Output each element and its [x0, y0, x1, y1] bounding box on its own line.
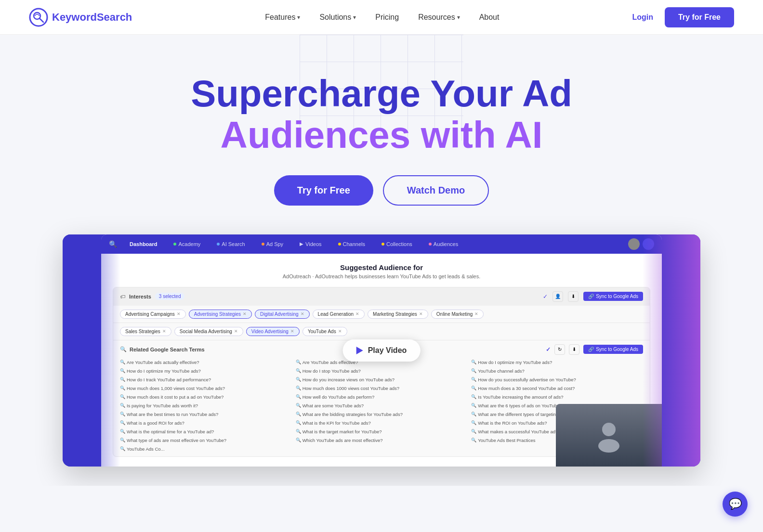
- try-free-nav-button[interactable]: Try for Free: [665, 7, 734, 27]
- search-term: 🔍 What is the KPI for YouTube ads?: [296, 419, 468, 427]
- search-term-icon: 🔍: [296, 368, 301, 373]
- download-button[interactable]: ⬇: [568, 291, 579, 302]
- app-topbar: 🔍 Dashboard Academy AI Search Ad Spy: [101, 234, 662, 254]
- svg-line-2: [39, 18, 43, 22]
- app-nav-channels[interactable]: Channels: [334, 239, 369, 249]
- table-header-interests: 🏷 Interests 3 selected ✓ 👤 ⬇ 🔗 Sync to G…: [113, 287, 650, 306]
- search-term-icon: 🔍: [471, 420, 476, 425]
- tag-online-marketing[interactable]: Online Marketing ✕: [431, 310, 484, 319]
- login-button[interactable]: Login: [632, 13, 653, 22]
- sync-google-ads-button[interactable]: 🔗 Sync to Google Ads: [583, 292, 643, 301]
- app-inner: 🔍 Dashboard Academy AI Search Ad Spy: [101, 234, 662, 467]
- search-term: 🔍 Is YouTube increasing the amount of ad…: [471, 393, 643, 401]
- play-overlay: Play Video: [343, 339, 421, 362]
- tag-lead-generation[interactable]: Lead Generation ✕: [313, 310, 365, 319]
- svg-point-0: [30, 9, 47, 26]
- user-avatar-2: [643, 238, 654, 250]
- nav-resources[interactable]: Resources ▾: [418, 13, 460, 22]
- suggested-audience-title: Suggested Audience for: [113, 263, 650, 272]
- nav-features[interactable]: Features ▾: [265, 13, 300, 22]
- tag-advertising-strategies[interactable]: Advertising Strategies ✕: [189, 310, 252, 319]
- play-icon: ▶: [300, 241, 303, 247]
- nav-about[interactable]: About: [479, 13, 500, 22]
- tag-remove-icon[interactable]: ✕: [234, 329, 238, 334]
- tag-digital-advertising[interactable]: Digital Advertising ✕: [255, 310, 309, 319]
- tag-remove-icon[interactable]: ✕: [355, 311, 359, 316]
- search-term: 🔍 What are the best times to run YouTube…: [120, 411, 292, 418]
- try-free-hero-button[interactable]: Try for Free: [274, 175, 373, 206]
- search-term-icon: 🔍: [471, 377, 476, 382]
- logo-icon: [29, 8, 48, 27]
- app-nav-academy[interactable]: Academy: [170, 239, 204, 249]
- search-term: 🔍 How do I optimize my YouTube ads?: [120, 367, 292, 375]
- tag-sales-strategies[interactable]: Sales Strategies ✕: [120, 327, 171, 336]
- app-nav-ad-spy[interactable]: Ad Spy: [258, 239, 287, 249]
- search-term-icon: 🔍: [471, 360, 476, 364]
- tag-social-media-advertising[interactable]: Social Media Advertising ✕: [174, 327, 243, 336]
- nav-right: Login Try for Free: [632, 7, 734, 27]
- refresh-button[interactable]: ↻: [554, 344, 565, 355]
- search-term: 🔍 Are YouTube ads actually effective?: [120, 359, 292, 366]
- dot-icon: [173, 243, 176, 246]
- app-nav-dashboard[interactable]: Dashboard: [126, 239, 161, 249]
- selected-count-badge: 3 selected: [155, 293, 185, 300]
- tag-remove-icon[interactable]: ✕: [290, 329, 294, 334]
- search-term: 🔍 YouTube Ads Co...: [120, 445, 292, 453]
- interests-label: Interests: [129, 294, 151, 299]
- search-term-icon: 🔍: [471, 403, 476, 408]
- watch-demo-button[interactable]: Watch Demo: [383, 175, 489, 206]
- tag-advertising-campaigns[interactable]: Advertising Campaigns ✕: [120, 310, 186, 319]
- related-title-actions: ✓ ↻ ⬇ 🔗 Sync to Google Ads: [546, 344, 643, 355]
- tag-remove-icon[interactable]: ✕: [419, 311, 423, 316]
- tag-remove-icon[interactable]: ✕: [301, 311, 304, 316]
- search-icon: 🔍: [109, 240, 117, 248]
- chevron-down-icon: ▾: [457, 14, 460, 21]
- hero-title-line2: Audiences with AI: [221, 114, 543, 156]
- search-term-icon: 🔍: [120, 403, 125, 408]
- nav-solutions[interactable]: Solutions ▾: [319, 13, 356, 22]
- tag-remove-icon[interactable]: ✕: [162, 329, 166, 334]
- search-term-icon: 🔍: [120, 368, 125, 373]
- logo-text: KeywordSearch: [52, 11, 132, 24]
- chat-button[interactable]: 💬: [723, 492, 748, 517]
- nav-pricing[interactable]: Pricing: [375, 13, 399, 22]
- search-term: 🔍 Is paying for YouTube ads worth it?: [120, 402, 292, 409]
- icon-btn-1[interactable]: 👤: [553, 291, 563, 302]
- play-video-button[interactable]: Play Video: [343, 339, 421, 362]
- svg-point-3: [602, 423, 616, 436]
- tag-remove-icon[interactable]: ✕: [474, 311, 478, 316]
- hero-title-line1: Supercharge Your Ad: [191, 72, 572, 115]
- tag-remove-icon[interactable]: ✕: [338, 329, 342, 334]
- video-thumbnail: [556, 404, 662, 467]
- logo[interactable]: KeywordSearch: [29, 8, 132, 27]
- dot-icon: [429, 243, 432, 246]
- tag-remove-icon[interactable]: ✕: [243, 311, 247, 316]
- search-icon-small: 🔍: [120, 346, 127, 352]
- search-term: 🔍 Which YouTube ads are most effective?: [296, 437, 468, 444]
- chevron-down-icon: ▾: [297, 14, 300, 21]
- suggested-audience-subtitle: AdOutreach · AdOutreach helps businesses…: [113, 273, 650, 279]
- user-icons: [628, 238, 654, 250]
- tag-remove-icon[interactable]: ✕: [177, 311, 181, 316]
- tag-marketing-strategies[interactable]: Marketing Strategies ✕: [368, 310, 428, 319]
- sync-google-ads-button-2[interactable]: 🔗 Sync to Google Ads: [583, 345, 643, 354]
- app-nav-collections[interactable]: Collections: [378, 239, 416, 249]
- app-nav-videos[interactable]: ▶ Videos: [296, 239, 325, 249]
- search-term: 🔍 How well do YouTube ads perform?: [296, 393, 468, 401]
- search-term-icon: 🔍: [120, 420, 125, 425]
- search-term-icon: 🔍: [296, 386, 301, 390]
- tag-video-advertising[interactable]: Video Advertising ✕: [246, 327, 300, 336]
- dot-icon: [338, 243, 341, 246]
- download-button-2[interactable]: ⬇: [569, 344, 579, 355]
- table-header-right: ✓ 👤 ⬇ 🔗 Sync to Google Ads: [543, 291, 643, 302]
- tags-row-1: Advertising Campaigns ✕ Advertising Stra…: [113, 306, 650, 323]
- search-term-icon: 🔍: [120, 446, 125, 451]
- tags-row-2: Sales Strategies ✕ Social Media Advertis…: [113, 323, 650, 340]
- search-term-icon: 🔍: [471, 412, 476, 416]
- play-triangle-icon: [356, 347, 363, 354]
- search-term-icon: 🔍: [296, 377, 301, 382]
- app-nav-audiences[interactable]: Audiences: [425, 239, 462, 249]
- search-term: 🔍 What is a good ROI for ads?: [120, 419, 292, 427]
- tag-youtube-ads[interactable]: YouTube Ads ✕: [303, 327, 347, 336]
- app-nav-ai-search[interactable]: AI Search: [213, 239, 249, 249]
